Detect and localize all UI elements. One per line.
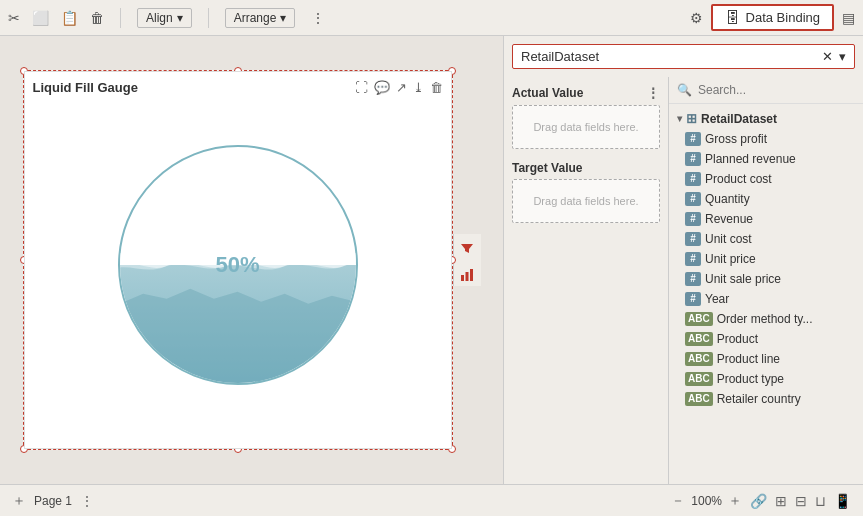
underline-icon[interactable]: ⊔ (815, 493, 826, 509)
field-name: Product (717, 332, 758, 346)
toolbar-right: ⚙ 🗄 Data Binding ▤ (690, 4, 855, 31)
phone-icon[interactable]: 📱 (834, 493, 851, 509)
align-label: Align (146, 11, 173, 25)
canvas-area[interactable]: Liquid Fill Gauge ⛶ 💬 ↗ ⤓ 🗑 (0, 36, 503, 484)
field-name: Planned revenue (705, 152, 796, 166)
dataset-selector[interactable]: RetailDataset ✕ ▾ (512, 44, 855, 69)
dataset-name: RetailDataset (521, 49, 818, 64)
list-item[interactable]: #Product cost (677, 169, 863, 189)
hash-badge: # (685, 252, 701, 266)
link-statusbar-icon[interactable]: 🔗 (750, 493, 767, 509)
search-input[interactable] (698, 83, 855, 97)
cut-icon[interactable]: ✂ (8, 10, 20, 26)
tree-parent-label: RetailDataset (701, 112, 777, 126)
export-icon[interactable]: ⤓ (413, 80, 424, 95)
drop-zones: Actual Value ⋮ Drag data fields here. Ta… (504, 77, 669, 484)
statusbar-right: － 100% ＋ 🔗 ⊞ ⊟ ⊔ 📱 (671, 492, 851, 510)
hash-badge: # (685, 212, 701, 226)
sep2 (208, 8, 209, 28)
field-name: Year (705, 292, 729, 306)
sep1 (120, 8, 121, 28)
grid-icon[interactable]: ⊞ (775, 493, 787, 509)
abc-badge: ABC (685, 312, 713, 326)
list-item[interactable]: #Gross profit (677, 129, 863, 149)
right-mini-toolbar (453, 234, 481, 286)
align-button[interactable]: Align ▾ (137, 8, 192, 28)
hash-badge: # (685, 232, 701, 246)
data-binding-label: Data Binding (746, 10, 820, 25)
field-name: Unit sale price (705, 272, 781, 286)
list-item[interactable]: ABCProduct line (677, 349, 863, 369)
add-page-icon[interactable]: ＋ (12, 492, 26, 510)
arrange-label: Arrange (234, 11, 277, 25)
clear-icon[interactable]: ✕ (822, 49, 833, 64)
panel-toggle-icon[interactable]: ▤ (842, 10, 855, 26)
field-name: Revenue (705, 212, 753, 226)
field-name: Quantity (705, 192, 750, 206)
data-panel: RetailDataset ✕ ▾ Actual Value ⋮ Drag da… (503, 36, 863, 484)
page-label: Page 1 (34, 494, 72, 508)
field-name: Unit price (705, 252, 756, 266)
widget-toolbar: ⛶ 💬 ↗ ⤓ 🗑 (355, 80, 443, 95)
widget-inner: Liquid Fill Gauge ⛶ 💬 ↗ ⤓ 🗑 (24, 71, 452, 449)
list-item[interactable]: ABCRetailer country (677, 389, 863, 409)
hash-badge: # (685, 172, 701, 186)
panel-body: Actual Value ⋮ Drag data fields here. Ta… (504, 77, 863, 484)
align-chevron-icon: ▾ (177, 11, 183, 25)
target-value-drop[interactable]: Drag data fields here. (512, 179, 660, 223)
comment-icon[interactable]: 💬 (374, 80, 390, 95)
search-icon: 🔍 (677, 83, 692, 97)
field-tree: ▾ ⊞ RetailDataset #Gross profit#Planned … (669, 104, 863, 484)
dropdown-icon[interactable]: ▾ (839, 49, 846, 64)
layout-icon[interactable]: ⊟ (795, 493, 807, 509)
list-item[interactable]: #Quantity (677, 189, 863, 209)
zoom-out-icon[interactable]: － (671, 492, 685, 510)
svg-rect-2 (470, 269, 473, 281)
more-icon[interactable]: ⋮ (311, 10, 325, 26)
arrange-button[interactable]: Arrange ▾ (225, 8, 296, 28)
widget-container[interactable]: Liquid Fill Gauge ⛶ 💬 ↗ ⤓ 🗑 (23, 70, 453, 450)
abc-badge: ABC (685, 332, 713, 346)
actual-value-drop[interactable]: Drag data fields here. (512, 105, 660, 149)
paste-icon[interactable]: 📋 (61, 10, 78, 26)
expand-icon[interactable]: ⛶ (355, 80, 368, 95)
hash-badge: # (685, 152, 701, 166)
target-value-section: Target Value Drag data fields here. (512, 161, 660, 223)
dataset-icon: ⊞ (686, 111, 697, 126)
field-name: Product type (717, 372, 784, 386)
zoom-in-icon[interactable]: ＋ (728, 492, 742, 510)
hash-badge: # (685, 292, 701, 306)
chevron-down-icon: ▾ (677, 113, 682, 124)
database-icon: 🗄 (725, 9, 740, 26)
list-item[interactable]: #Unit price (677, 249, 863, 269)
abc-badge: ABC (685, 392, 713, 406)
settings-icon[interactable]: ⚙ (690, 10, 703, 26)
hash-badge: # (685, 272, 701, 286)
tree-parent-retail[interactable]: ▾ ⊞ RetailDataset (669, 108, 863, 129)
data-binding-button[interactable]: 🗄 Data Binding (711, 4, 834, 31)
main-toolbar: ✂ ⬜ 📋 🗑 Align ▾ Arrange ▾ ⋮ ⚙ 🗄 Data Bin… (0, 0, 863, 36)
field-name: Product cost (705, 172, 772, 186)
list-item[interactable]: #Year (677, 289, 863, 309)
hash-badge: # (685, 192, 701, 206)
list-item[interactable]: #Revenue (677, 209, 863, 229)
actual-value-dots[interactable]: ⋮ (646, 85, 660, 101)
page-options-icon[interactable]: ⋮ (80, 493, 94, 509)
copy-icon[interactable]: ⬜ (32, 10, 49, 26)
list-item[interactable]: #Planned revenue (677, 149, 863, 169)
list-item[interactable]: ABCOrder method ty... (677, 309, 863, 329)
gauge-area: 50% (33, 103, 443, 427)
search-box: 🔍 (669, 77, 863, 104)
list-item[interactable]: ABCProduct type (677, 369, 863, 389)
delete-icon[interactable]: 🗑 (90, 10, 104, 26)
actual-value-label: Actual Value ⋮ (512, 85, 660, 101)
chart-icon[interactable] (456, 264, 478, 286)
field-name: Gross profit (705, 132, 767, 146)
list-item[interactable]: ABCProduct (677, 329, 863, 349)
list-item[interactable]: #Unit sale price (677, 269, 863, 289)
list-item[interactable]: #Unit cost (677, 229, 863, 249)
link-icon[interactable]: ↗ (396, 80, 407, 95)
filter-icon[interactable] (456, 238, 478, 260)
delete-widget-icon[interactable]: 🗑 (430, 80, 443, 95)
abc-badge: ABC (685, 352, 713, 366)
